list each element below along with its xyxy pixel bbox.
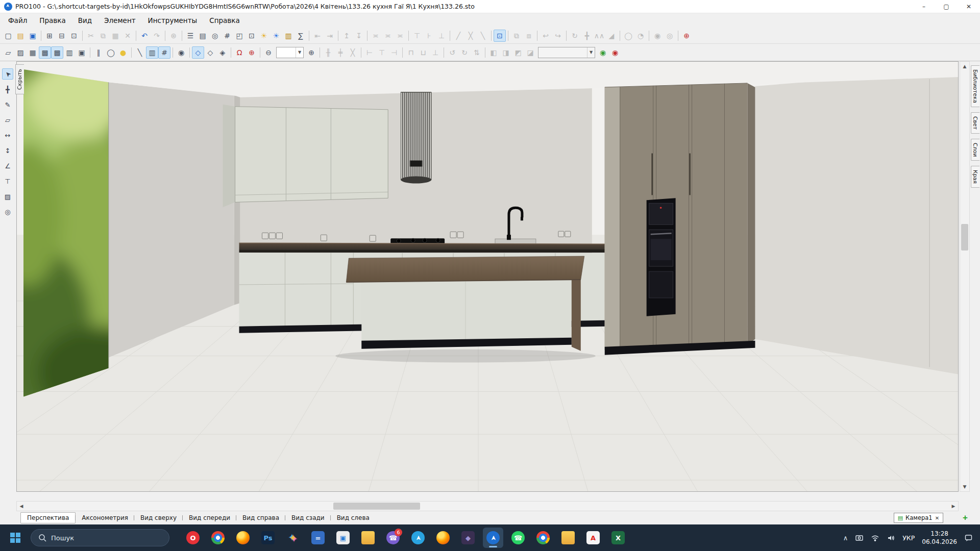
open-button[interactable]: ▤ (14, 30, 27, 42)
align-center-v-button[interactable]: ⊔ (417, 46, 429, 59)
tab-layers[interactable]: Слои (971, 139, 979, 161)
show-grid-toggle[interactable]: # (158, 46, 170, 59)
view-contour-toggle[interactable]: ▥ (63, 46, 76, 59)
new-project-button[interactable]: ⊡ (246, 30, 258, 42)
dock-left-button[interactable]: ◧ (487, 46, 500, 59)
resize-button[interactable]: ◢ (605, 30, 618, 42)
shadows-button[interactable]: ☀ (270, 30, 282, 42)
whatsapp-app[interactable]: ☎ (508, 528, 528, 548)
camera-tab[interactable]: ▤ Камера1 ✕ (894, 513, 943, 523)
join-pair-2-button[interactable]: ≍ (382, 30, 394, 42)
center-view-button[interactable]: ⊕ (246, 46, 258, 59)
center-point-button[interactable]: ⊕ (680, 30, 693, 42)
tab-light[interactable]: Свет (971, 112, 979, 134)
horizontal-scrollbar[interactable]: ◀ ▶ (16, 501, 959, 511)
add-view-button[interactable]: + (961, 513, 970, 523)
dock-bottom-button[interactable]: ◪ (524, 46, 536, 59)
pause-render-button[interactable]: ∥ (92, 46, 105, 59)
antialias-toggle[interactable]: ◯ (105, 46, 117, 59)
align-top-button[interactable]: ⊤ (411, 30, 423, 42)
distribute-v2-button[interactable]: ↧ (353, 30, 365, 42)
space-equal-v-button[interactable]: ╪ (334, 46, 347, 59)
screen-cast-icon[interactable] (855, 534, 864, 542)
group-button[interactable]: ⧉ (510, 30, 523, 42)
join-pair-3-button[interactable]: ≍ (394, 30, 406, 42)
select-tool[interactable]: ➤ (2, 68, 13, 80)
zoom-tool[interactable]: ◎ (2, 206, 13, 217)
menu-element[interactable]: Элемент (98, 14, 142, 27)
show-3d-button[interactable]: ◰ (233, 30, 246, 42)
bend-right-button[interactable]: ↪ (552, 30, 564, 42)
delete-button[interactable]: ✕ (121, 30, 134, 42)
photos-app[interactable]: ▣ (333, 528, 353, 548)
explorer-app[interactable] (558, 528, 578, 548)
distribute-v1-button[interactable]: ↥ (340, 30, 353, 42)
material-combobox[interactable]: ▼ (538, 47, 595, 58)
show-dimensions-toggle[interactable]: ╲ (134, 46, 146, 59)
cut-button[interactable]: ✂ (85, 30, 97, 42)
snap-grid-toggle[interactable]: ◇ (192, 46, 204, 59)
dock-top-button[interactable]: ◩ (512, 46, 524, 59)
view-tab-top[interactable]: Вид сверху (134, 513, 183, 523)
telegram-app[interactable]: ➤ (408, 528, 428, 548)
tab-library[interactable]: Библиотека (971, 65, 979, 107)
align-bottom-button[interactable]: ⊥ (435, 30, 448, 42)
label-tool[interactable]: ⊤ (2, 176, 13, 187)
chrome-app[interactable] (208, 528, 228, 548)
show-eye-toggle[interactable]: ◉ (175, 46, 187, 59)
notifications-icon[interactable] (964, 534, 973, 542)
opera-app[interactable]: O (183, 528, 203, 548)
menu-file[interactable]: Файл (2, 14, 33, 27)
align-center-h-button[interactable]: ⊤ (376, 46, 388, 59)
view-tab-front[interactable]: Вид спереди (183, 513, 236, 523)
rotate-button[interactable]: ↻ (569, 30, 581, 42)
chevron-down-icon[interactable]: ▼ (587, 47, 595, 58)
price-list-button[interactable]: ▥ (282, 30, 295, 42)
close-camera-icon[interactable]: ✕ (935, 515, 939, 521)
search-button[interactable]: ◎ (209, 30, 221, 42)
align-left-button[interactable]: ⊢ (363, 46, 376, 59)
visibility-1-button[interactable]: ◉ (651, 30, 664, 42)
render-button[interactable]: ⊛ (167, 30, 180, 42)
mirror-button[interactable]: ∧∧ (593, 30, 605, 42)
copilot-button[interactable]: ✦ (283, 528, 303, 548)
photoshop-app[interactable]: Ps (258, 528, 278, 548)
scroll-left-icon[interactable]: ◀ (17, 502, 26, 511)
acrobat-app[interactable]: A (583, 528, 603, 548)
firefox-app[interactable] (233, 528, 253, 548)
print-preview-button[interactable]: ⊞ (43, 30, 56, 42)
align-middle-button[interactable]: ⊦ (423, 30, 435, 42)
save-button[interactable]: ▣ (27, 30, 39, 42)
view-textured-toggle[interactable]: ▩ (39, 46, 51, 59)
align-bottom-2-button[interactable]: ⊥ (429, 46, 442, 59)
calculation-button[interactable]: ∑ (295, 30, 307, 42)
zoom-combobox[interactable]: ▼ (276, 47, 304, 58)
pro100-app[interactable]: ➤ (483, 528, 503, 548)
dock-right-button[interactable]: ◨ (500, 46, 512, 59)
move-tool[interactable]: ╋ (2, 84, 13, 95)
space-angle-button[interactable]: ╳ (347, 46, 359, 59)
show-edges-toggle[interactable]: ▥ (146, 46, 158, 59)
zoom-in-button[interactable]: ⊕ (305, 46, 317, 59)
scroll-right-icon[interactable]: ▶ (949, 502, 958, 511)
scroll-up-icon[interactable]: ▲ (960, 62, 969, 71)
dimension-h-tool[interactable]: ↔ (2, 130, 13, 141)
view-tab-back[interactable]: Вид сзади (285, 513, 331, 523)
scroll-down-icon[interactable]: ▼ (960, 482, 969, 491)
ungroup-button[interactable]: ⧈ (523, 30, 535, 42)
edge-toggle-red[interactable]: ◉ (609, 46, 621, 59)
pen-tool[interactable]: ✎ (2, 99, 13, 110)
view-tab-perspective[interactable]: Перспектива (20, 512, 76, 523)
close-button[interactable]: ✕ (958, 0, 980, 13)
slope-left-button[interactable]: ╱ (452, 30, 464, 42)
element-list-button[interactable]: ☰ (184, 30, 197, 42)
dimension-angle-tool[interactable]: ∠ (2, 160, 13, 171)
hatch-tool[interactable]: ▨ (2, 191, 13, 202)
bend-left-button[interactable]: ↩ (540, 30, 552, 42)
rotate-right-90-button[interactable]: ↻ (458, 46, 471, 59)
speaker-icon[interactable] (887, 534, 895, 542)
lasso-2-button[interactable]: ◔ (634, 30, 647, 42)
light-toggle[interactable]: ● (117, 46, 129, 59)
rotate-180-button[interactable]: ⇅ (471, 46, 483, 59)
paste-button[interactable]: ▦ (109, 30, 121, 42)
